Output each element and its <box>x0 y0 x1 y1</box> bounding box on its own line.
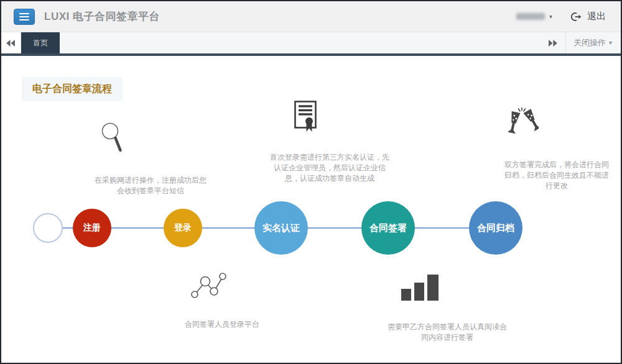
bar-chart-icon <box>401 275 440 301</box>
note-realname-auth: 首次登录需进行第三方实名认证，先认证企业管理员，然后认证企业信息，认证成功签章自… <box>269 152 391 184</box>
note-register: 在采购网进行操作，注册成功后您会收到签章平台短信 <box>95 175 207 196</box>
double-chevron-left-icon <box>6 40 16 47</box>
tab-home[interactable]: 首页 <box>21 32 60 53</box>
note-contract-archive: 双方签署完成后，将会进行合同归档，归档后合同生效且不能进行更改 <box>503 160 611 191</box>
tab-bar: 首页 关闭操作 ▾ <box>1 32 621 53</box>
step-contract-sign-label: 合同签署 <box>369 222 407 234</box>
tab-home-label: 首页 <box>33 38 48 48</box>
certificate-icon <box>294 101 317 132</box>
scroll-tabs-left-button[interactable] <box>1 32 21 53</box>
app-window: LUXI 电子合同签章平台 ▾ 退出 首页 <box>0 0 622 364</box>
step-register-label: 注册 <box>83 222 101 234</box>
caret-down-icon: ▾ <box>549 14 552 20</box>
magnifier-icon <box>101 122 124 153</box>
scroll-tabs-right-button[interactable] <box>541 32 565 53</box>
node-graph-icon <box>189 271 228 300</box>
step-realname-auth: 实名认证 <box>254 201 308 255</box>
header-right: ▾ 退出 <box>516 11 606 22</box>
sign-out-icon <box>571 12 582 22</box>
close-actions-label: 关闭操作 <box>573 37 606 48</box>
caret-down-icon: ▾ <box>609 40 612 46</box>
step-contract-archive: 合同归档 <box>469 201 522 255</box>
tabbar-spacer <box>60 32 541 53</box>
note-contract-sign: 需要甲乙方合同签署人员认真阅读合同内容进行签署 <box>388 322 507 343</box>
main-content: 电子合同签章流程 注册 登录 实名认证 合同签署 合同归档 在采购网进行操作，注… <box>1 56 621 363</box>
top-header: LUXI 电子合同签章平台 ▾ 退出 <box>1 1 621 32</box>
close-actions-dropdown[interactable]: 关闭操作 ▾ <box>565 32 621 53</box>
logout-label: 退出 <box>587 11 606 22</box>
step-contract-archive-label: 合同归档 <box>477 222 514 234</box>
step-contract-sign: 合同签署 <box>361 201 415 255</box>
user-dropdown[interactable]: ▾ <box>516 13 552 20</box>
flow-start-node <box>33 213 63 243</box>
double-chevron-right-icon <box>548 40 557 47</box>
hamburger-menu-button[interactable] <box>14 9 35 25</box>
step-register: 注册 <box>73 209 111 247</box>
step-realname-auth-label: 实名认证 <box>262 222 300 234</box>
app-title: LUXI 电子合同签章平台 <box>44 9 160 24</box>
username-redacted <box>516 13 545 20</box>
note-login: 合同签署人员登录平台 <box>166 319 278 330</box>
page-title: 电子合同签章流程 <box>22 77 123 101</box>
champagne-glasses-icon <box>505 107 539 140</box>
logout-button[interactable]: 退出 <box>571 11 606 22</box>
step-login: 登录 <box>164 209 202 247</box>
step-login-label: 登录 <box>174 222 192 234</box>
